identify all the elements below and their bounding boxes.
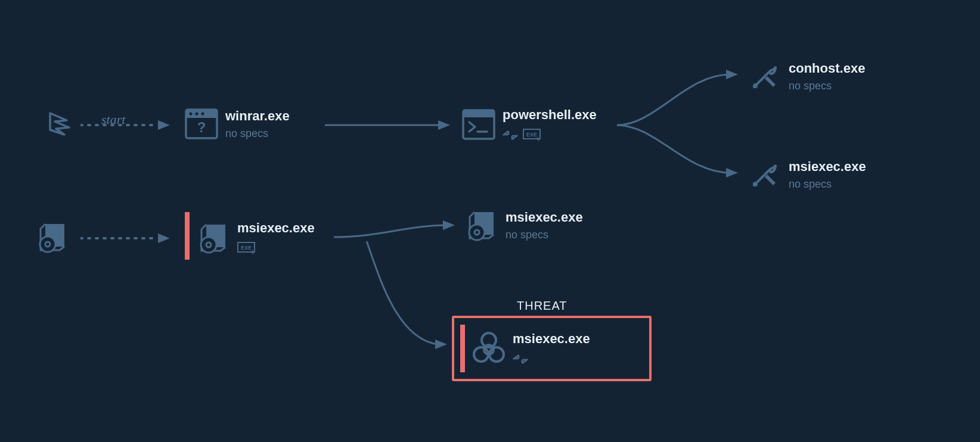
package-disc-icon <box>36 220 69 254</box>
package-disc-icon <box>465 208 498 242</box>
window-question-icon: ? <box>185 107 218 141</box>
node-winrar[interactable]: ? winrar.exe no specs <box>185 107 290 141</box>
node-title: msiexec.exe <box>513 331 590 347</box>
node-subtitle: no specs <box>789 178 866 191</box>
arrow-start2-msiexec <box>80 232 176 244</box>
tools-icon <box>748 60 781 93</box>
arrows-icon <box>513 353 528 366</box>
node-powershell[interactable]: powershell.exe EXE <box>462 107 597 142</box>
node-title: conhost.exe <box>789 61 865 76</box>
node-subtitle: no specs <box>505 229 583 241</box>
svg-point-5 <box>201 113 204 116</box>
svg-point-22 <box>469 225 485 240</box>
node-subtitle: no specs <box>225 127 290 140</box>
svg-point-15 <box>40 236 55 252</box>
svg-point-14 <box>753 182 758 186</box>
arrow-start-winrar <box>80 119 176 131</box>
node-title: msiexec.exe <box>505 210 583 225</box>
node-title: powershell.exe <box>503 107 597 123</box>
threat-label: THREAT <box>517 299 567 313</box>
node-msiexec-mid[interactable]: msiexec.exe no specs <box>465 208 583 242</box>
svg-point-18 <box>201 237 216 253</box>
node-subtitle: no specs <box>789 80 865 92</box>
svg-point-3 <box>190 113 193 116</box>
threat-bar <box>460 325 465 372</box>
start-node-2[interactable] <box>36 220 69 254</box>
node-title: msiexec.exe <box>237 220 315 236</box>
start-label: start <box>101 112 125 127</box>
start-node[interactable] <box>42 107 75 141</box>
tools-icon <box>748 158 781 191</box>
exe-badge-icon: EXE <box>237 242 255 255</box>
node-msiexec-threat[interactable]: msiexec.exe <box>452 316 652 381</box>
package-disc-icon <box>197 221 230 254</box>
terminal-icon <box>462 108 495 141</box>
node-msiexec-left[interactable]: msiexec.exe EXE <box>197 220 315 255</box>
node-title: msiexec.exe <box>789 159 866 175</box>
node-conhost[interactable]: conhost.exe no specs <box>748 60 865 93</box>
play-icon <box>42 107 75 141</box>
node-msiexec-topright[interactable]: msiexec.exe no specs <box>748 158 866 191</box>
exe-badge-icon: EXE <box>523 129 541 142</box>
svg-text:EXE: EXE <box>241 245 252 251</box>
arrow-winrar-powershell <box>325 119 453 131</box>
svg-point-13 <box>753 83 758 88</box>
biohazard-icon <box>472 332 505 365</box>
threat-marker-bar <box>185 212 190 260</box>
node-title: winrar.exe <box>225 108 290 124</box>
arrow-powershell-fork <box>614 57 745 194</box>
svg-point-4 <box>196 113 199 116</box>
arrows-icon <box>503 129 518 142</box>
arrow-msiexec-fork <box>331 214 462 357</box>
svg-rect-9 <box>463 110 494 117</box>
svg-text:?: ? <box>197 119 206 135</box>
svg-text:EXE: EXE <box>526 132 537 138</box>
